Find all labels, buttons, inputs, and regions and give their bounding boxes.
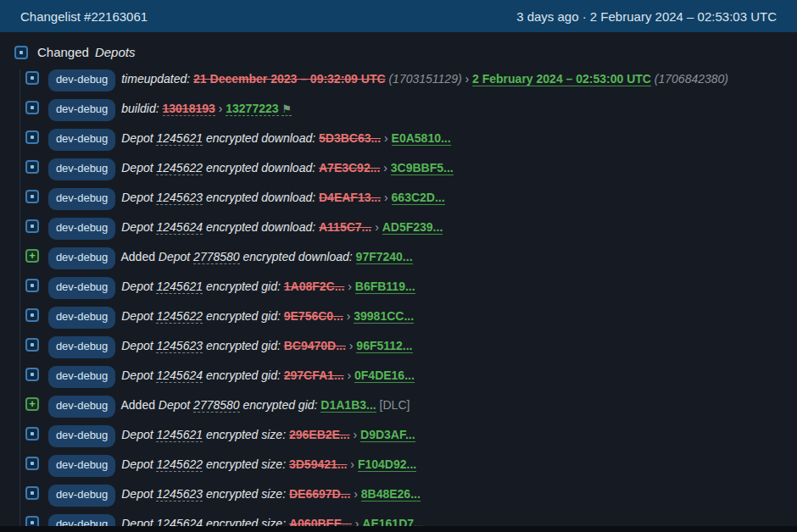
- app-tag-badge[interactable]: dev-debug: [48, 366, 115, 388]
- new-value[interactable]: 0F4DE16...: [354, 369, 415, 383]
- change-label: Depot: [121, 339, 153, 352]
- app-tag-badge[interactable]: dev-debug: [48, 158, 115, 180]
- depot-link[interactable]: 1245621: [156, 280, 203, 294]
- new-value[interactable]: D9D3AF...: [360, 428, 415, 442]
- new-value[interactable]: 8B48E26...: [361, 487, 421, 502]
- app-tag-badge[interactable]: dev-debug: [48, 277, 115, 299]
- change-row: dev-debug Depot 1245624 encrypted downlo…: [25, 218, 772, 240]
- change-action: Added: [120, 398, 154, 412]
- new-value[interactable]: 663C2D...: [392, 191, 445, 205]
- new-value[interactable]: 97F7240...: [356, 250, 413, 264]
- old-value: 296EB2E...: [289, 428, 350, 441]
- app-tag-badge[interactable]: dev-debug: [48, 307, 115, 329]
- app-tag-badge[interactable]: dev-debug: [48, 218, 115, 240]
- depot-link[interactable]: 1245621: [156, 428, 203, 442]
- added-icon: [25, 249, 39, 263]
- change-label: Depot: [121, 280, 153, 293]
- change-label: timeupdated:: [121, 72, 190, 86]
- dlc-tag: [DLC]: [380, 398, 410, 412]
- depot-link[interactable]: 2778580: [193, 250, 240, 264]
- app-tag-badge[interactable]: dev-debug: [48, 129, 115, 151]
- depot-link[interactable]: 1245622: [156, 309, 203, 324]
- app-tag-badge[interactable]: dev-debug: [48, 99, 115, 121]
- new-value[interactable]: E0A5810...: [392, 131, 451, 146]
- app-tag-badge[interactable]: dev-debug: [48, 455, 115, 477]
- changed-icon: [25, 308, 39, 322]
- app-tag-badge[interactable]: dev-debug: [48, 425, 115, 447]
- depot-link[interactable]: 1245623: [156, 487, 203, 502]
- change-label: Depot: [121, 309, 153, 323]
- old-value: 5D3BC63...: [319, 131, 381, 145]
- depot-link[interactable]: 1245622: [156, 161, 203, 175]
- change-label: Depot: [121, 428, 153, 441]
- old-value: DE6697D...: [289, 487, 350, 501]
- new-value[interactable]: D1A1B3...: [320, 398, 376, 413]
- change-label: encrypted size:: [206, 428, 286, 441]
- change-row: dev-debug buildid: 13018193 › 13277223 ⚑: [25, 99, 772, 121]
- old-value: 9E756C0...: [284, 309, 343, 323]
- new-value[interactable]: AD5F239...: [382, 220, 443, 235]
- bottom-divider: [0, 526, 797, 532]
- old-value: 297CFA1...: [284, 369, 344, 382]
- change-arrow: ›: [384, 131, 388, 145]
- change-label: encrypted download:: [206, 191, 315, 204]
- changed-icon: [25, 190, 39, 203]
- new-value[interactable]: 3C9BBF5...: [391, 161, 454, 175]
- new-value[interactable]: 39981CC...: [354, 309, 414, 324]
- build-flag-icon[interactable]: ⚑: [281, 103, 292, 116]
- depot-link[interactable]: 1245623: [156, 339, 203, 353]
- group-action: Changed: [37, 45, 89, 59]
- new-value-link[interactable]: 13277223: [226, 102, 278, 116]
- depot-link[interactable]: 1245621: [156, 131, 203, 146]
- change-label: encrypted gid:: [243, 398, 318, 412]
- new-value[interactable]: F104D92...: [358, 457, 416, 472]
- change-label: Depot: [121, 191, 153, 204]
- changed-icon: [25, 160, 39, 174]
- new-value[interactable]: 96F5112...: [356, 339, 412, 353]
- changed-icon: [25, 486, 39, 500]
- change-row: dev-debug Depot 1245623 encrypted downlo…: [25, 188, 772, 210]
- app-tag-badge[interactable]: dev-debug: [48, 69, 115, 91]
- changed-icon: [14, 46, 28, 59]
- change-row: dev-debug Depot 1245623 encrypted size: …: [25, 485, 772, 507]
- old-value-link[interactable]: 13018193: [163, 102, 215, 116]
- change-row: dev-debug Depot 1245622 encrypted size: …: [25, 455, 772, 477]
- change-label: buildid:: [121, 102, 159, 115]
- change-row: dev-debug Depot 1245623 encrypted gid: B…: [25, 336, 772, 358]
- changed-icon: [25, 457, 39, 470]
- old-value: 1A08F2C...: [284, 280, 345, 293]
- depot-link[interactable]: 1245622: [156, 457, 203, 472]
- change-label: encrypted download:: [243, 250, 353, 263]
- change-arrow: ›: [219, 102, 223, 115]
- app-tag-badge[interactable]: dev-debug: [48, 188, 115, 210]
- new-value[interactable]: B6FB119...: [355, 280, 415, 294]
- changed-icon: [25, 101, 39, 114]
- changelist-body: Changed Depots dev-debug timeupdated: 21…: [0, 32, 797, 532]
- depot-link[interactable]: 2778580: [193, 398, 240, 413]
- change-row: dev-debug Depot 1245621 encrypted size: …: [25, 425, 772, 447]
- change-label: Depot: [159, 250, 190, 263]
- new-value[interactable]: 2 February 2024 – 02:53:00 UTC: [472, 72, 651, 86]
- app-tag-badge[interactable]: dev-debug: [48, 396, 115, 418]
- depot-link[interactable]: 1245624: [156, 220, 203, 235]
- change-row: dev-debug Added Depot 2778580 encrypted …: [25, 396, 772, 418]
- change-row: dev-debug Depot 1245624 encrypted gid: 2…: [25, 366, 772, 388]
- app-tag-badge[interactable]: dev-debug: [48, 336, 115, 358]
- change-label: Depot: [121, 369, 153, 382]
- changes-list: dev-debug timeupdated: 21 December 2023 …: [25, 69, 772, 532]
- change-arrow: ›: [349, 339, 354, 352]
- change-label: encrypted download:: [206, 161, 315, 175]
- group-header: Changed Depots: [14, 45, 783, 59]
- changelist-title[interactable]: Changelist #22163061: [20, 9, 148, 24]
- unix-timestamp: (1706842380): [655, 72, 728, 86]
- change-label: Depot: [159, 398, 190, 412]
- change-arrow: ›: [354, 487, 358, 501]
- change-arrow: ›: [350, 457, 354, 471]
- change-row: dev-debug Depot 1245621 encrypted downlo…: [25, 129, 772, 151]
- change-label: Depot: [121, 131, 153, 145]
- depot-link[interactable]: 1245623: [156, 191, 203, 205]
- depot-link[interactable]: 1245624: [156, 369, 203, 383]
- app-tag-badge[interactable]: dev-debug: [48, 247, 115, 269]
- app-tag-badge[interactable]: dev-debug: [48, 485, 115, 507]
- change-arrow: ›: [353, 428, 357, 441]
